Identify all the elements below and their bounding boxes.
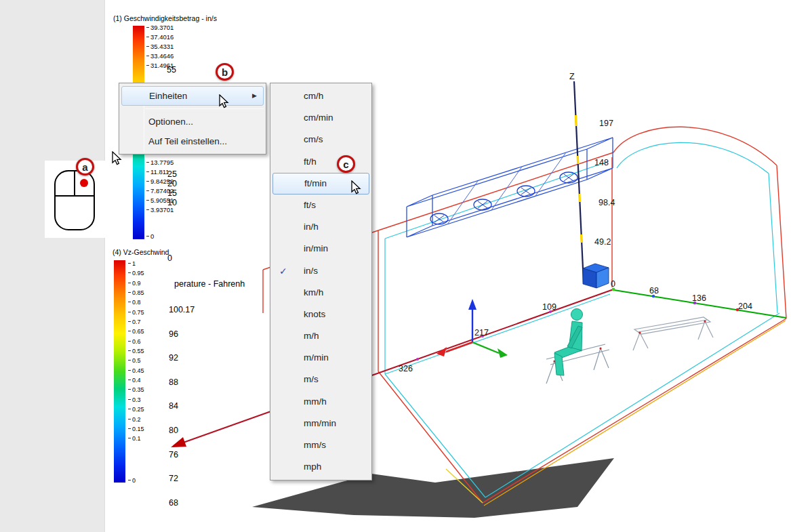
legend-tick-label: 96: [169, 323, 195, 347]
units-item-label: m/h: [270, 325, 371, 347]
units-item-label: in/min: [270, 238, 371, 260]
room-wireframe-cyan: [385, 142, 779, 497]
menu-item-einheiten[interactable]: Einheiten ▶: [121, 86, 264, 106]
cursor-icon: [351, 180, 362, 195]
legend-vz-min-label: 0: [128, 476, 136, 485]
legend-velocity-title: (1) Geschwindigkeitsbetrag - in/s: [113, 14, 217, 22]
legend-velocity-upper-labels: 39.370137.401635.433133.464631.4961: [146, 23, 174, 70]
z-axis-label: Z: [569, 72, 575, 81]
origin-label: 0: [611, 279, 615, 289]
units-list: cm/h cm/min cm/s ft/h ft/min ft/s in/h: [270, 85, 371, 478]
seated-person: [554, 309, 583, 376]
floor-edge-orange: [484, 321, 786, 506]
legend-tick-label: 0.1: [128, 434, 144, 443]
app-screen: Z 197 148 98.4 49.2 0 68 136 204 109 217…: [0, 0, 791, 532]
legend-tick-label: 0.75: [128, 308, 144, 317]
legend-vz-labels: 10.950.90.850.80.750.70.650.60.550.50.45…: [128, 259, 144, 444]
legend-tick-label: 0.65: [128, 327, 144, 336]
legend-tick-label: 20: [167, 179, 177, 188]
legend-tick-label: 13.7795: [146, 158, 174, 167]
legend-temperature-labels: 100.179692888480767268: [169, 298, 195, 515]
units-item-label: m/s: [270, 369, 371, 390]
units-menu-item[interactable]: mph: [270, 456, 371, 478]
legend-tick-label: 0.8: [128, 298, 144, 307]
units-item-label: mm/s: [270, 434, 371, 456]
cursor-icon: [112, 151, 123, 166]
units-menu-item[interactable]: ft/s: [270, 195, 371, 216]
units-menu-item[interactable]: m/s: [270, 369, 371, 390]
units-menu-item[interactable]: ft/h: [270, 151, 371, 173]
menu-item-optionen[interactable]: Optionen...: [119, 112, 266, 131]
legend-tick-label: 0.55: [128, 346, 144, 356]
units-menu-item[interactable]: cm/s: [270, 129, 371, 150]
legend-tick-label: 0.6: [128, 337, 144, 346]
x-tick-label: 217: [474, 328, 489, 337]
legend-tick-label: 0.2: [128, 415, 144, 424]
units-submenu: cm/h cm/min cm/s ft/h ft/min ft/s in/h: [270, 83, 372, 480]
legend-vz-colorbar[interactable]: [114, 260, 125, 483]
units-menu-item[interactable]: cm/h: [270, 85, 371, 107]
legend-tick-label: 10: [167, 198, 177, 207]
menu-item-auf-teil-einstellen[interactable]: Auf Teil einstellen...: [119, 131, 266, 151]
y-tick-label: 136: [692, 293, 706, 303]
legend-tick-label: 1: [128, 259, 144, 268]
x-tick-label: 109: [542, 302, 556, 312]
units-item-label: cm/h: [270, 85, 371, 107]
units-item-label: in/h: [270, 216, 371, 238]
legend-tick-label: 76: [169, 443, 195, 468]
units-menu-item[interactable]: m/min: [270, 347, 371, 369]
mouse-hint-panel: [45, 161, 105, 238]
legend-tick-label: 0.9: [128, 279, 144, 288]
units-menu-item[interactable]: mm/h: [270, 391, 371, 413]
units-item-label: cm/s: [270, 129, 371, 150]
legend-temperature-title: perature - Fahrenh: [174, 279, 245, 289]
legend-tick-label: 72: [169, 467, 195, 491]
units-menu-item[interactable]: cm/min: [270, 107, 371, 129]
menu-item-label: Optionen...: [119, 112, 266, 131]
legend-tick-label: 33.4646: [146, 52, 174, 61]
legend-tick-label: 0.85: [128, 288, 144, 298]
context-menu: Einheiten ▶ Optionen... Auf Teil einstel…: [119, 83, 266, 155]
units-menu-item[interactable]: in/min: [270, 238, 371, 260]
units-item-label: ft/h: [270, 151, 371, 173]
units-menu-item[interactable]: km/h: [270, 282, 371, 304]
menu-item-label: Einheiten: [122, 87, 263, 105]
legend-tick-label: 88: [169, 371, 195, 395]
units-menu-item[interactable]: m/h: [270, 325, 371, 347]
ceiling-duct-unit: [407, 138, 613, 237]
legend-tick-label: 100.17: [169, 298, 195, 323]
units-item-label: m/min: [270, 347, 371, 369]
callout-badge-c: c: [337, 155, 355, 173]
right-button-dot: [80, 179, 88, 187]
legend-tick-label: 0.15: [128, 424, 144, 434]
units-menu-item[interactable]: knots: [270, 304, 371, 325]
legend-tick-label: 0.25: [128, 405, 144, 414]
hidden-scale-lower-labels: 25201510: [167, 169, 177, 207]
units-menu-item[interactable]: in/h: [270, 216, 371, 238]
bench-right: [633, 317, 713, 350]
units-menu-item[interactable]: ✓ in/s: [270, 260, 371, 282]
units-menu-item[interactable]: mm/s: [270, 434, 371, 456]
legend-tick-label: 0.95: [128, 268, 144, 278]
y-tick-label: 68: [649, 286, 659, 295]
legend-velocity-min-label: 0: [146, 232, 154, 241]
right-click-mouse-icon: [45, 161, 105, 238]
legend-tick-label: 25: [167, 169, 177, 179]
legend-vz-title: (4) Vz-Geschwind: [113, 248, 169, 256]
menu-item-label: Auf Teil einstellen...: [119, 131, 266, 151]
units-item-label: mm/h: [270, 391, 371, 413]
units-item-label: knots: [270, 304, 371, 325]
units-item-label: cm/min: [270, 107, 371, 129]
units-menu-item[interactable]: mm/min: [270, 413, 371, 434]
callout-badge-b: b: [216, 63, 234, 81]
legend-tick-label: 15: [167, 188, 177, 198]
legend-tick-label: 0.3: [128, 395, 144, 405]
z-tick-label: 49.2: [594, 237, 611, 247]
z-tick-label: 148: [594, 158, 609, 167]
menu-separator: [145, 108, 264, 109]
hidden-scale-upper-label: 55: [167, 65, 176, 75]
cursor-icon: [219, 94, 230, 109]
submenu-arrow-icon: ▶: [252, 87, 257, 105]
callout-badge-a: a: [76, 158, 94, 176]
y-tick-label: 204: [738, 302, 752, 311]
